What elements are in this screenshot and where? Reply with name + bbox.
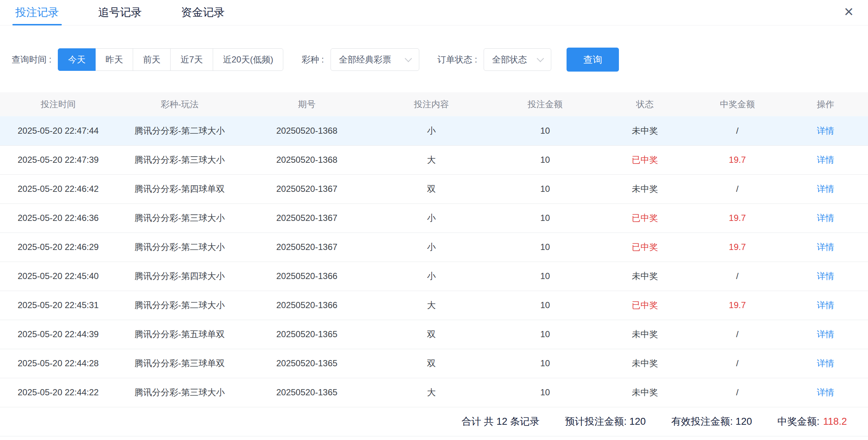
status-cell: 未中奖 <box>598 174 692 203</box>
table-row: 2025-05-20 22:44:39腾讯分分彩-第五球单双20250520-1… <box>0 320 868 349</box>
game-play-cell: 腾讯分分彩-第二球大小 <box>116 233 243 262</box>
lottery-type-select[interactable]: 全部经典彩票 <box>331 48 419 71</box>
header-bet-time: 投注时间 <box>0 92 116 116</box>
chevron-down-icon <box>405 55 412 62</box>
prize-amount-cell: / <box>692 320 783 349</box>
issue-cell: 20250520-1367 <box>243 174 371 203</box>
action-cell: 详情 <box>783 262 868 291</box>
table-row: 2025-05-20 22:46:36腾讯分分彩-第三球大小20250520-1… <box>0 203 868 233</box>
summary-total: 合计 共 12 条记录 <box>461 415 540 428</box>
betting-records-panel: 投注记录 追号记录 资金记录 × 查询时间 : 今天 昨天 前天 近7天 近20… <box>0 0 868 440</box>
bet-time-cell: 2025-05-20 22:47:39 <box>0 145 116 174</box>
status-cell: 已中奖 <box>598 145 692 174</box>
table-row: 2025-05-20 22:47:44腾讯分分彩-第二球大小20250520-1… <box>0 116 868 145</box>
tab-bet-records[interactable]: 投注记录 <box>12 0 62 25</box>
status-cell: 未中奖 <box>598 262 692 291</box>
tab-chase-records[interactable]: 追号记录 <box>95 0 145 25</box>
prize-amount-cell: 19.7 <box>692 233 783 262</box>
summary-prize-value: 118.2 <box>823 416 847 427</box>
header-prize-amount: 中奖金额 <box>692 92 783 116</box>
game-play-cell: 腾讯分分彩-第二球大小 <box>116 116 243 145</box>
detail-link[interactable]: 详情 <box>817 358 834 368</box>
bet-amount-cell: 10 <box>492 320 598 349</box>
game-play-cell: 腾讯分分彩-第四球单双 <box>116 174 243 203</box>
chevron-down-icon <box>537 55 544 62</box>
bet-content-cell: 双 <box>371 320 492 349</box>
table-header-row: 投注时间 彩种-玩法 期号 投注内容 投注金额 状态 中奖金额 操作 <box>0 92 868 116</box>
game-play-cell: 腾讯分分彩-第二球大小 <box>116 291 243 320</box>
header-actions: 操作 <box>783 92 868 116</box>
prize-amount-cell: 19.7 <box>692 203 783 233</box>
detail-link[interactable]: 详情 <box>817 300 834 310</box>
detail-link[interactable]: 详情 <box>817 126 834 136</box>
detail-link[interactable]: 详情 <box>817 213 834 223</box>
filter-bar: 查询时间 : 今天 昨天 前天 近7天 近20天(低频) 彩种 : 全部经典彩票… <box>0 48 868 71</box>
bet-amount-cell: 10 <box>492 116 598 145</box>
table-row: 2025-05-20 22:45:31腾讯分分彩-第二球大小20250520-1… <box>0 291 868 320</box>
close-icon[interactable]: × <box>844 2 853 21</box>
bet-content-cell: 双 <box>371 174 492 203</box>
order-status-label: 订单状态 : <box>437 54 477 65</box>
detail-link[interactable]: 详情 <box>817 155 834 165</box>
prize-amount-cell: / <box>692 349 783 378</box>
issue-cell: 20250520-1365 <box>243 320 371 349</box>
bet-amount-cell: 10 <box>492 291 598 320</box>
time-option-today[interactable]: 今天 <box>58 48 96 71</box>
header-status: 状态 <box>598 92 692 116</box>
action-cell: 详情 <box>783 145 868 174</box>
detail-link[interactable]: 详情 <box>817 271 834 281</box>
bet-time-cell: 2025-05-20 22:45:31 <box>0 291 116 320</box>
query-button[interactable]: 查询 <box>567 48 619 72</box>
bet-time-cell: 2025-05-20 22:44:39 <box>0 320 116 349</box>
header-bet-content: 投注内容 <box>371 92 492 116</box>
bet-content-cell: 大 <box>371 291 492 320</box>
summary-valid-amount: 有效投注金额: 120 <box>671 415 752 428</box>
game-play-cell: 腾讯分分彩-第三球大小 <box>116 378 243 407</box>
action-cell: 详情 <box>783 116 868 145</box>
prize-amount-cell: / <box>692 174 783 203</box>
bet-time-cell: 2025-05-20 22:44:22 <box>0 378 116 407</box>
detail-link[interactable]: 详情 <box>817 242 834 252</box>
bet-content-cell: 大 <box>371 378 492 407</box>
bet-amount-cell: 10 <box>492 145 598 174</box>
time-range-group: 今天 昨天 前天 近7天 近20天(低频) <box>58 48 283 71</box>
prize-amount-cell: 19.7 <box>692 145 783 174</box>
bet-amount-cell: 10 <box>492 174 598 203</box>
table-row: 2025-05-20 22:47:39腾讯分分彩-第三球大小20250520-1… <box>0 145 868 174</box>
lottery-type-label: 彩种 : <box>301 54 324 65</box>
header-game-play: 彩种-玩法 <box>116 92 243 116</box>
time-option-20days[interactable]: 近20天(低频) <box>213 48 284 71</box>
tab-bar: 投注记录 追号记录 资金记录 × <box>0 0 868 25</box>
time-option-7days[interactable]: 近7天 <box>170 48 213 71</box>
table-body: 2025-05-20 22:47:44腾讯分分彩-第二球大小20250520-1… <box>0 116 868 407</box>
issue-cell: 20250520-1367 <box>243 203 371 233</box>
issue-cell: 20250520-1366 <box>243 262 371 291</box>
detail-link[interactable]: 详情 <box>817 387 834 397</box>
game-play-cell: 腾讯分分彩-第三球单双 <box>116 349 243 378</box>
prize-amount-cell: / <box>692 116 783 145</box>
action-cell: 详情 <box>783 349 868 378</box>
issue-cell: 20250520-1368 <box>243 145 371 174</box>
bet-time-cell: 2025-05-20 22:45:40 <box>0 262 116 291</box>
table-row: 2025-05-20 22:46:42腾讯分分彩-第四球单双20250520-1… <box>0 174 868 203</box>
action-cell: 详情 <box>783 378 868 407</box>
detail-link[interactable]: 详情 <box>817 329 834 339</box>
table-row: 2025-05-20 22:44:28腾讯分分彩-第三球单双20250520-1… <box>0 349 868 378</box>
status-cell: 已中奖 <box>598 291 692 320</box>
time-option-yesterday[interactable]: 昨天 <box>95 48 133 71</box>
order-status-select[interactable]: 全部状态 <box>484 48 551 71</box>
bet-amount-cell: 10 <box>492 233 598 262</box>
bet-content-cell: 大 <box>371 145 492 174</box>
status-cell: 未中奖 <box>598 320 692 349</box>
summary-prize-label: 中奖金额: <box>777 415 820 428</box>
detail-link[interactable]: 详情 <box>817 184 834 194</box>
status-cell: 未中奖 <box>598 349 692 378</box>
table-row: 2025-05-20 22:44:22腾讯分分彩-第三球大小20250520-1… <box>0 378 868 407</box>
status-cell: 已中奖 <box>598 203 692 233</box>
issue-cell: 20250520-1366 <box>243 291 371 320</box>
action-cell: 详情 <box>783 203 868 233</box>
action-cell: 详情 <box>783 233 868 262</box>
tab-fund-records[interactable]: 资金记录 <box>178 0 228 25</box>
time-option-day-before[interactable]: 前天 <box>133 48 171 71</box>
bet-content-cell: 小 <box>371 203 492 233</box>
